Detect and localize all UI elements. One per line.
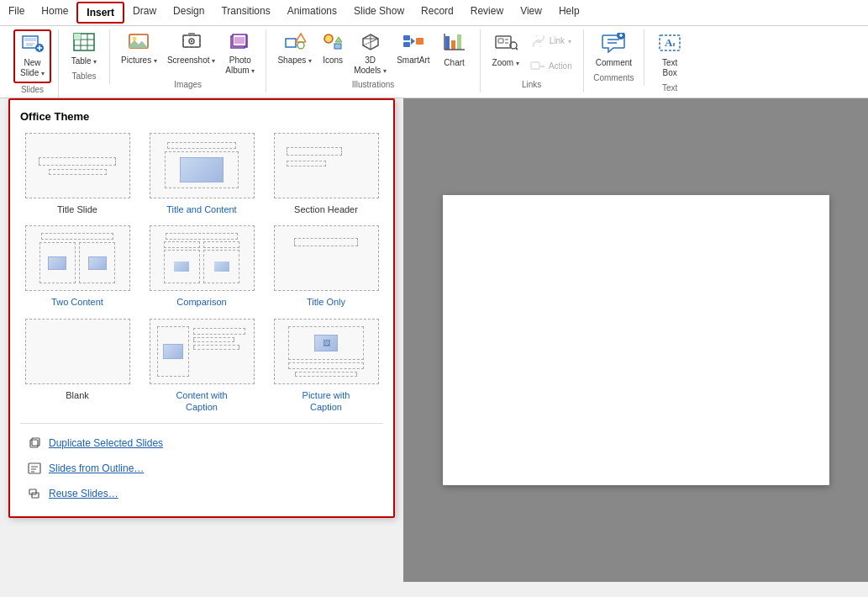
menu-file[interactable]: File [0, 2, 33, 24]
svg-marker-53 [542, 65, 545, 68]
zoom-label: Zoom ▾ [492, 58, 519, 68]
text-group-label: Text [651, 83, 688, 92]
menu-help[interactable]: Help [550, 2, 588, 24]
tables-group-items: Table ▾ [66, 29, 103, 70]
svg-line-36 [371, 39, 378, 42]
two-content-option[interactable]: Two Content [20, 225, 134, 308]
smartart-label: SmartArt [397, 55, 429, 66]
chart-label: Chart [444, 58, 464, 68]
shapes-button[interactable]: Shapes ▾ [273, 29, 316, 68]
title-only-option[interactable]: Title Only [269, 225, 383, 308]
smartart-button[interactable]: SmartArt [392, 29, 434, 68]
blank-option[interactable]: Blank [20, 319, 134, 414]
svg-rect-40 [416, 38, 423, 45]
duplicate-slides-action[interactable]: Duplicate Selected Slides [20, 431, 383, 456]
svg-point-14 [133, 37, 137, 41]
reuse-icon [27, 486, 42, 501]
menu-home[interactable]: Home [33, 2, 76, 24]
slides-from-outline-action[interactable]: Slides from Outline… [20, 456, 383, 481]
svg-point-28 [297, 42, 304, 49]
svg-rect-64 [32, 438, 39, 446]
ribbon: NewSlide ▾ Slides [0, 26, 868, 98]
3d-models-label: 3DModels ▾ [354, 55, 387, 76]
menu-transitions[interactable]: Transitions [213, 2, 278, 24]
screenshot-label: Screenshot ▾ [167, 55, 215, 66]
comparison-option[interactable]: Comparison [145, 225, 259, 308]
blank-thumb [25, 319, 130, 384]
new-slide-button[interactable]: NewSlide ▾ [13, 29, 51, 83]
action-icon [530, 57, 545, 76]
menu-draw[interactable]: Draw [124, 2, 165, 24]
3d-models-button[interactable]: 3DModels ▾ [350, 29, 391, 78]
slides-group-label: Slides [13, 85, 51, 94]
text-group: A TextBox Text [644, 29, 695, 96]
comments-group-items: Comment [591, 29, 637, 71]
icons-label: Icons [323, 55, 343, 66]
svg-rect-70 [32, 493, 39, 498]
section-header-thumb [274, 133, 379, 198]
new-slide-icon [21, 34, 45, 56]
svg-rect-38 [403, 42, 410, 47]
outline-icon [27, 461, 42, 476]
table-button[interactable]: Table ▾ [66, 29, 103, 70]
svg-marker-15 [129, 40, 148, 48]
duplicate-icon [27, 436, 42, 451]
reuse-slides-action[interactable]: Reuse Slides… [20, 481, 383, 506]
text-box-icon: A [658, 33, 681, 56]
svg-rect-37 [403, 35, 410, 40]
menu-animations[interactable]: Animations [279, 2, 345, 24]
table-icon [73, 33, 95, 55]
pictures-icon [128, 32, 150, 54]
illustrations-group-items: Shapes ▾ Icons [273, 29, 472, 78]
svg-rect-47 [498, 39, 503, 43]
illustrations-group-label: Illustrations [273, 80, 472, 89]
icons-button[interactable]: Icons [318, 29, 348, 68]
pictures-label: Pictures ▾ [121, 55, 157, 66]
links-group: Zoom ▾ Link ▾ [481, 29, 584, 92]
link-icon [531, 32, 546, 50]
menu-design[interactable]: Design [165, 2, 213, 24]
content-caption-option[interactable]: Content withCaption [145, 319, 259, 414]
menu-record[interactable]: Record [413, 2, 462, 24]
photo-album-button[interactable]: PhotoAlbum ▾ [221, 29, 259, 78]
icons-icon [322, 32, 344, 54]
zoom-button[interactable]: Zoom ▾ [487, 29, 524, 71]
menu-insert[interactable]: Insert [76, 2, 124, 24]
dropdown-divider [20, 423, 383, 424]
screenshot-button[interactable]: Screenshot ▾ [163, 29, 219, 68]
pictures-button[interactable]: Pictures ▾ [117, 29, 161, 68]
svg-rect-52 [531, 62, 539, 69]
svg-rect-26 [286, 39, 296, 47]
picture-caption-option[interactable]: 🖼 Picture withCaption [269, 319, 383, 414]
svg-rect-42 [451, 40, 455, 50]
slide-layout-grid: Title Slide Title and Content [20, 133, 383, 413]
text-box-button[interactable]: A TextBox [651, 29, 688, 82]
duplicate-slides-label: Duplicate Selected Slides [49, 437, 163, 449]
svg-rect-43 [457, 34, 461, 50]
svg-rect-49 [505, 42, 508, 44]
action-button[interactable]: Action [526, 55, 576, 78]
title-content-option[interactable]: Title and Content [145, 133, 259, 215]
blank-label: Blank [66, 389, 89, 401]
section-header-option[interactable]: Section Header [269, 133, 383, 215]
text-group-items: A TextBox [651, 29, 688, 82]
title-slide-option[interactable]: Title Slide [20, 133, 134, 215]
content-caption-thumb [150, 319, 255, 384]
menu-view[interactable]: View [512, 2, 550, 24]
chart-icon [444, 33, 466, 56]
section-header-label: Section Header [294, 203, 358, 215]
reuse-slides-label: Reuse Slides… [49, 488, 118, 499]
svg-rect-1 [24, 38, 36, 41]
two-content-thumb [25, 225, 130, 291]
menu-review[interactable]: Review [462, 2, 512, 24]
svg-marker-27 [296, 34, 306, 42]
svg-text:A: A [665, 36, 673, 49]
comment-button[interactable]: Comment [591, 29, 637, 71]
two-content-label: Two Content [51, 296, 103, 308]
link-label: Link [550, 36, 565, 46]
table-label: Table ▾ [71, 56, 97, 66]
svg-rect-41 [445, 36, 450, 50]
chart-button[interactable]: Chart [436, 29, 473, 71]
menu-slideshow[interactable]: Slide Show [345, 2, 413, 24]
link-button[interactable]: Link ▾ [526, 29, 576, 53]
